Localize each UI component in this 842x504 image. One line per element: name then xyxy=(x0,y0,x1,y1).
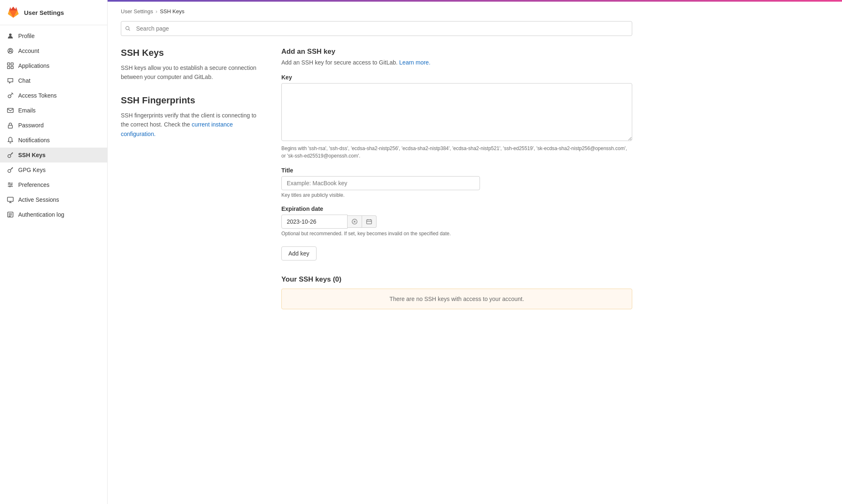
sidebar-label-applications: Applications xyxy=(18,62,50,69)
two-col-layout: SSH Keys SSH keys allow you to establish… xyxy=(121,48,632,309)
sidebar-item-ssh-keys[interactable]: SSH Keys xyxy=(0,148,107,162)
learn-more-link[interactable]: Learn more. xyxy=(399,59,430,66)
sidebar-item-active-sessions[interactable]: Active Sessions xyxy=(0,192,107,207)
calendar-icon xyxy=(366,219,372,225)
fingerprint-section: SSH Fingerprints SSH fingerprints verify… xyxy=(121,95,261,139)
token-icon xyxy=(7,92,14,99)
title-input[interactable] xyxy=(281,176,480,190)
svg-rect-16 xyxy=(367,220,372,224)
list-icon xyxy=(7,211,14,218)
svg-rect-8 xyxy=(7,108,13,112)
search-icon xyxy=(125,26,131,31)
key-textarea[interactable] xyxy=(281,83,632,141)
search-bar-wrap xyxy=(121,21,632,36)
sidebar-item-profile[interactable]: Profile xyxy=(0,29,107,43)
add-ssh-title: Add an SSH key xyxy=(281,48,632,56)
ssh-fingerprints-heading: SSH Fingerprints xyxy=(121,95,261,106)
svg-point-14 xyxy=(126,26,129,30)
sidebar-item-notifications[interactable]: Notifications xyxy=(0,133,107,148)
breadcrumb-parent-link[interactable]: User Settings xyxy=(121,8,153,14)
no-keys-message: There are no SSH keys with access to you… xyxy=(281,289,632,309)
ssh-fingerprints-desc: SSH fingerprints verify that the client … xyxy=(121,111,261,139)
sidebar-label-authentication-log: Authentication log xyxy=(18,211,64,218)
sidebar-nav: Profile Account Applications Chat xyxy=(0,25,107,225)
sidebar-label-ssh-keys: SSH Keys xyxy=(18,152,46,158)
breadcrumb-current: SSH Keys xyxy=(160,8,184,14)
expiration-label: Expiration date xyxy=(281,205,632,212)
sidebar-label-chat: Chat xyxy=(18,77,31,84)
sidebar: User Settings Profile Account Applicatio… xyxy=(0,0,108,504)
email-icon xyxy=(7,107,14,114)
calendar-button[interactable] xyxy=(362,215,377,228)
grid-icon xyxy=(7,62,14,69)
sidebar-item-applications[interactable]: Applications xyxy=(0,58,107,73)
chat-icon xyxy=(7,77,14,84)
sidebar-item-access-tokens[interactable]: Access Tokens xyxy=(0,88,107,103)
account-icon xyxy=(7,47,14,55)
key-icon xyxy=(7,151,14,159)
sidebar-item-account[interactable]: Account xyxy=(0,43,107,58)
search-input[interactable] xyxy=(121,21,632,36)
fingerprints-desc-text: SSH fingerprints verify that the client … xyxy=(121,112,257,128)
svg-rect-12 xyxy=(7,197,13,201)
svg-rect-4 xyxy=(11,63,14,65)
title-hint: Key titles are publicly visible. xyxy=(281,192,632,198)
title-label: Title xyxy=(281,167,632,174)
sidebar-label-active-sessions: Active Sessions xyxy=(18,196,59,203)
sidebar-label-notifications: Notifications xyxy=(18,137,50,143)
lock-icon xyxy=(7,122,14,129)
sidebar-header: User Settings xyxy=(0,0,107,25)
expiration-date-input[interactable] xyxy=(281,215,348,229)
add-ssh-desc: Add an SSH key for secure access to GitL… xyxy=(281,59,632,66)
svg-point-7 xyxy=(8,95,11,98)
svg-rect-6 xyxy=(11,67,14,69)
svg-point-11 xyxy=(8,170,11,172)
sidebar-label-password: Password xyxy=(18,122,43,129)
main-content: User Settings › SSH Keys SSH Keys SSH ke… xyxy=(108,0,842,504)
bell-icon xyxy=(7,136,14,144)
key2-icon xyxy=(7,166,14,174)
sidebar-title: User Settings xyxy=(24,9,64,16)
sidebar-label-gpg-keys: GPG Keys xyxy=(18,167,46,173)
sidebar-item-gpg-keys[interactable]: GPG Keys xyxy=(0,162,107,177)
expiration-hint: Optional but recommended. If set, key be… xyxy=(281,231,632,236)
key-hint: Begins with 'ssh-rsa', 'ssh-dss', 'ecdsa… xyxy=(281,145,632,160)
breadcrumb-separator: › xyxy=(156,8,157,14)
svg-rect-5 xyxy=(7,67,10,69)
svg-point-10 xyxy=(8,155,11,158)
sidebar-item-chat[interactable]: Chat xyxy=(0,73,107,88)
right-column: Add an SSH key Add an SSH key for secure… xyxy=(281,48,632,309)
key-label: Key xyxy=(281,74,632,81)
your-ssh-keys-heading: Your SSH keys (0) xyxy=(281,275,632,284)
monitor-icon xyxy=(7,196,14,203)
sidebar-label-profile: Profile xyxy=(18,33,35,39)
expiration-date-wrap xyxy=(281,215,377,229)
svg-point-0 xyxy=(9,33,12,36)
sidebar-label-account: Account xyxy=(18,48,39,54)
sidebar-item-password[interactable]: Password xyxy=(0,118,107,133)
sliders-icon xyxy=(7,181,14,189)
clear-date-button[interactable] xyxy=(348,215,362,228)
page-content: SSH Keys SSH keys allow you to establish… xyxy=(108,18,645,322)
svg-rect-3 xyxy=(7,63,10,65)
clear-icon xyxy=(352,219,357,225)
svg-rect-9 xyxy=(8,125,12,128)
search-bar-container xyxy=(121,21,632,36)
person-icon xyxy=(7,32,14,40)
sidebar-label-emails: Emails xyxy=(18,107,36,114)
add-ssh-desc-text: Add an SSH key for secure access to GitL… xyxy=(281,59,398,66)
sidebar-item-emails[interactable]: Emails xyxy=(0,103,107,118)
sidebar-item-authentication-log[interactable]: Authentication log xyxy=(0,207,107,222)
sidebar-label-access-tokens: Access Tokens xyxy=(18,92,57,99)
breadcrumb: User Settings › SSH Keys xyxy=(108,2,842,18)
sidebar-item-preferences[interactable]: Preferences xyxy=(0,177,107,192)
sidebar-label-preferences: Preferences xyxy=(18,182,49,188)
left-column: SSH Keys SSH keys allow you to establish… xyxy=(121,48,261,152)
gitlab-logo xyxy=(7,6,20,19)
add-key-button[interactable]: Add key xyxy=(281,246,317,260)
ssh-keys-desc: SSH keys allow you to establish a secure… xyxy=(121,63,261,82)
ssh-keys-heading: SSH Keys xyxy=(121,48,261,58)
